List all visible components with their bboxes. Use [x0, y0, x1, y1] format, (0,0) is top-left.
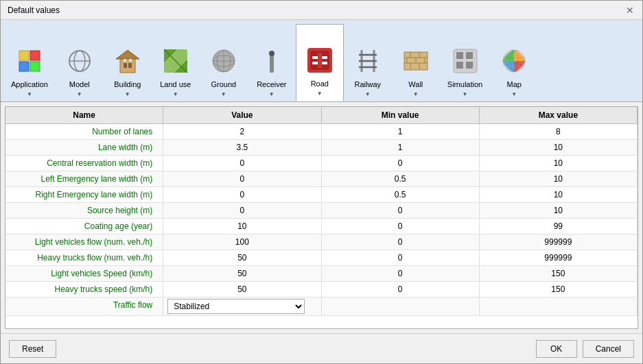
- row-min-2: 0: [322, 156, 480, 171]
- svg-rect-12: [129, 59, 132, 62]
- table-row: Number of lanes 2 1 8: [5, 124, 638, 140]
- row-name-10: Heavy trucks speed (km/h): [5, 282, 163, 297]
- toolbar-item-model[interactable]: Model ▼: [56, 24, 104, 101]
- toolbar-item-receiver[interactable]: Receiver ▼: [248, 24, 296, 101]
- building-icon: [111, 45, 144, 77]
- railway-icon: [351, 45, 384, 77]
- svg-rect-49: [456, 62, 463, 69]
- cancel-button[interactable]: Cancel: [583, 340, 634, 358]
- row-value-10: 50: [163, 282, 321, 297]
- toolbar-item-building[interactable]: Building ▼: [104, 24, 152, 101]
- svg-rect-9: [124, 63, 127, 68]
- table-row: Light vehicles flow (num. veh./h) 100 0 …: [5, 234, 638, 250]
- row-value-4: 0: [163, 187, 321, 202]
- toolbar-item-ground[interactable]: Ground ▼: [200, 24, 248, 101]
- row-value-9: 50: [163, 266, 321, 281]
- toolbar: Application ▼ Model ▼: [1, 20, 642, 102]
- toolbar-arrow-map: ▼: [511, 91, 517, 97]
- row-max-3: 10: [480, 171, 638, 186]
- traffic-flow-select[interactable]: Stabilized Flowing Congested: [167, 299, 305, 314]
- footer: Reset OK Cancel: [1, 333, 642, 363]
- toolbar-item-wall[interactable]: Wall ▼: [392, 24, 440, 101]
- toolbar-label-landuse: Land use: [160, 80, 191, 88]
- row-name-6: Coating age (year): [5, 219, 163, 234]
- row-max-11: [480, 298, 638, 315]
- toolbar-item-landuse[interactable]: Land use ▼: [152, 24, 200, 101]
- row-name-2: Central reservation width (m): [5, 156, 163, 171]
- toolbar-label-simulation: Simulation: [447, 80, 482, 88]
- ok-button[interactable]: OK: [536, 340, 577, 358]
- header-value: Value: [163, 107, 321, 123]
- row-name-0: Number of lanes: [5, 124, 163, 139]
- row-max-6: 99: [480, 219, 638, 234]
- table-header: Name Value Min value Max value: [5, 107, 638, 124]
- toolbar-arrow-railway: ▼: [365, 91, 371, 97]
- row-min-6: 0: [322, 219, 480, 234]
- table-row: Coating age (year) 10 0 99: [5, 219, 638, 234]
- row-min-4: 0.5: [322, 187, 480, 202]
- row-min-7: 0: [322, 234, 480, 250]
- row-name-7: Light vehicles flow (num. veh./h): [5, 234, 163, 250]
- toolbar-item-simulation[interactable]: Simulation ▼: [440, 24, 490, 101]
- table-row: Left Emergency lane width (m) 0 0.5 10: [5, 171, 638, 187]
- row-max-10: 150: [480, 282, 638, 297]
- row-value-2: 0: [163, 156, 321, 171]
- header-min: Min value: [322, 107, 480, 123]
- close-button[interactable]: ✕: [624, 5, 635, 16]
- toolbar-arrow-building: ▼: [125, 91, 130, 97]
- toolbar-label-receiver: Receiver: [257, 80, 286, 88]
- simulation-icon: [449, 45, 482, 77]
- header-max: Max value: [480, 107, 638, 123]
- row-value-5: 0: [163, 203, 321, 218]
- toolbar-item-railway[interactable]: Railway ▼: [344, 24, 392, 101]
- toolbar-arrow-application: ▼: [27, 91, 32, 97]
- svg-rect-1: [19, 62, 29, 71]
- row-value-8: 50: [163, 250, 321, 265]
- window-title: Default values: [8, 5, 60, 15]
- row-value-7: 100: [163, 234, 321, 250]
- table-row: Source height (m) 0 0 10: [5, 203, 638, 219]
- wall-icon: [399, 45, 432, 77]
- svg-rect-30: [318, 53, 322, 68]
- road-icon: [303, 44, 336, 77]
- svg-rect-7: [120, 58, 135, 73]
- table-row: Heavy trucks speed (km/h) 50 0 150: [5, 282, 638, 298]
- svg-point-25: [269, 51, 274, 56]
- row-name-5: Source height (m): [5, 203, 163, 218]
- header-name: Name: [5, 107, 163, 123]
- toolbar-label-railway: Railway: [355, 80, 382, 88]
- toolbar-item-map[interactable]: Map ▼: [490, 24, 538, 101]
- ground-icon: [207, 45, 240, 77]
- toolbar-item-road[interactable]: Road ▼: [296, 24, 344, 101]
- row-max-8: 999999: [480, 250, 638, 265]
- map-icon: [498, 45, 530, 77]
- receiver-icon: [255, 45, 288, 77]
- row-name-8: Heavy trucks flow (num. veh./h): [5, 250, 163, 265]
- table-row: Heavy trucks flow (num. veh./h) 50 0 999…: [5, 250, 638, 266]
- row-max-5: 10: [480, 203, 638, 218]
- row-min-5: 0: [322, 203, 480, 218]
- svg-marker-8: [116, 50, 139, 59]
- row-max-4: 10: [480, 187, 638, 202]
- row-min-1: 1: [322, 140, 480, 155]
- table-row: Right Emergency lane width (m) 0 0.5 10: [5, 187, 638, 203]
- toolbar-arrow-landuse: ▼: [173, 91, 178, 97]
- default-values-window: Default values ✕ Application ▼: [0, 0, 643, 364]
- footer-right: OK Cancel: [536, 340, 634, 358]
- toolbar-label-road: Road: [311, 80, 329, 88]
- toolbar-arrow-model: ▼: [77, 91, 82, 97]
- toolbar-item-application[interactable]: Application ▼: [3, 24, 56, 101]
- svg-rect-2: [30, 51, 40, 60]
- toolbar-label-model: Model: [69, 80, 90, 88]
- row-value-11: Stabilized Flowing Congested: [163, 298, 321, 315]
- svg-rect-3: [30, 62, 40, 71]
- toolbar-arrow-road: ▼: [317, 90, 323, 97]
- row-max-7: 999999: [480, 234, 638, 250]
- row-max-9: 150: [480, 266, 638, 281]
- row-value-0: 2: [163, 124, 321, 139]
- row-min-0: 1: [322, 124, 480, 139]
- toolbar-label-ground: Ground: [211, 80, 236, 88]
- reset-button[interactable]: Reset: [9, 340, 56, 358]
- svg-rect-11: [124, 59, 126, 62]
- content-area: Name Value Min value Max value Number of…: [5, 106, 638, 329]
